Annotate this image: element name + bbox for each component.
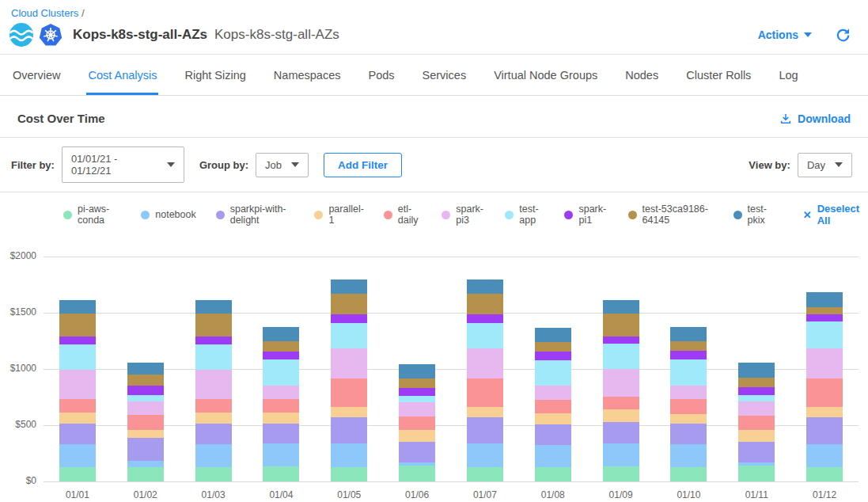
add-filter-button[interactable]: Add Filter [324, 153, 402, 177]
bar-segment-01/03-parallel-1[interactable] [195, 413, 232, 423]
bar-segment-01/07-spark-pi3[interactable] [467, 348, 503, 378]
bar-segment-01/08-parallel-1[interactable] [535, 413, 571, 424]
bar-segment-01/07-notebook[interactable] [467, 443, 503, 466]
bar-segment-01/06-test-pkix[interactable] [399, 364, 435, 378]
bar-segment-01/10-test-pkix[interactable] [670, 327, 707, 341]
bar-segment-01/10-spark-pi1[interactable] [670, 351, 707, 359]
bar-segment-01/05-spark-pi3[interactable] [331, 348, 367, 378]
bar-segment-01/09-spark-pi1[interactable] [603, 337, 639, 344]
bar-segment-01/01-spark-pi1[interactable] [59, 337, 96, 344]
bar-segment-01/03-spark-pi1[interactable] [195, 337, 232, 344]
bar-segment-01/05-pi-aws-conda[interactable] [331, 467, 367, 481]
bar-segment-01/04-pi-aws-conda[interactable] [263, 466, 299, 481]
bar-segment-01/09-parallel-1[interactable] [603, 409, 639, 422]
bar-segment-01/02-spark-pi3[interactable] [127, 401, 164, 414]
date-range-select[interactable]: 01/01/21 - 01/12/21 [62, 146, 184, 183]
bar-segment-01/07-pi-aws-conda[interactable] [467, 467, 503, 481]
bar-segment-01/08-test-53ca9186-64145[interactable] [535, 342, 571, 352]
bar-segment-01/04-test-pkix[interactable] [263, 327, 299, 341]
tab-cluster-rolls[interactable]: Cluster Rolls [684, 55, 752, 95]
bar-segment-01/06-test-53ca9186-64145[interactable] [399, 378, 435, 388]
bar-segment-01/01-etl-daily[interactable] [59, 399, 96, 413]
bar-segment-01/02-parallel-1[interactable] [127, 430, 164, 439]
bar-segment-01/01-sparkpi-with-delight[interactable] [59, 424, 96, 444]
bar-segment-01/03-spark-pi3[interactable] [195, 370, 232, 399]
refresh-icon[interactable] [836, 28, 851, 43]
bar-segment-01/09-test-app[interactable] [603, 344, 639, 369]
bar-segment-01/09-sparkpi-with-delight[interactable] [603, 422, 639, 443]
bar-segment-01/01-test-pkix[interactable] [59, 300, 96, 314]
bar-segment-01/10-sparkpi-with-delight[interactable] [670, 424, 707, 444]
bar-segment-01/06-pi-aws-conda[interactable] [399, 466, 435, 481]
bar-segment-01/10-pi-aws-conda[interactable] [670, 467, 707, 481]
bar-segment-01/03-test-pkix[interactable] [195, 300, 232, 314]
bar-segment-01/01-test-53ca9186-64145[interactable] [59, 314, 96, 336]
breadcrumb-link-cloud-clusters[interactable]: Cloud Clusters [11, 7, 78, 19]
bar-segment-01/06-spark-pi1[interactable] [399, 388, 435, 396]
legend-item-parallel-1[interactable]: parallel-1 [314, 203, 363, 226]
bar-segment-01/06-notebook[interactable] [399, 462, 435, 466]
bar-segment-01/01-parallel-1[interactable] [59, 413, 96, 423]
bar-segment-01/08-spark-pi1[interactable] [535, 352, 571, 360]
bar-segment-01/04-sparkpi-with-delight[interactable] [263, 424, 299, 444]
bar-segment-01/02-test-pkix[interactable] [127, 363, 164, 375]
bar-segment-01/06-test-app[interactable] [399, 396, 435, 402]
bar-segment-01/06-parallel-1[interactable] [399, 430, 435, 442]
bar-segment-01/05-spark-pi1[interactable] [331, 314, 367, 323]
bar-segment-01/05-sparkpi-with-delight[interactable] [331, 417, 367, 443]
bar-segment-01/07-test-app[interactable] [467, 323, 503, 348]
bar-segment-01/11-parallel-1[interactable] [738, 430, 775, 443]
bar-segment-01/05-test-pkix[interactable] [331, 280, 367, 294]
bar-segment-01/01-notebook[interactable] [59, 444, 96, 467]
bar-segment-01/10-test-53ca9186-64145[interactable] [670, 341, 707, 351]
bar-segment-01/10-etl-daily[interactable] [670, 399, 707, 413]
bar-segment-01/09-notebook[interactable] [603, 443, 639, 466]
bar-segment-01/03-notebook[interactable] [195, 444, 232, 467]
bar-segment-01/07-sparkpi-with-delight[interactable] [467, 417, 503, 443]
bar-segment-01/01-pi-aws-conda[interactable] [59, 467, 96, 481]
bar-segment-01/09-pi-aws-conda[interactable] [603, 466, 639, 481]
tab-log[interactable]: Log [777, 55, 799, 95]
bar-segment-01/05-parallel-1[interactable] [331, 407, 367, 417]
bar-segment-01/08-notebook[interactable] [535, 445, 571, 467]
bar-segment-01/12-pi-aws-conda[interactable] [806, 467, 843, 481]
bar-segment-01/06-sparkpi-with-delight[interactable] [399, 442, 435, 462]
bar-segment-01/12-parallel-1[interactable] [806, 407, 843, 417]
bar-segment-01/09-spark-pi3[interactable] [603, 369, 639, 397]
bar-segment-01/01-spark-pi3[interactable] [59, 370, 96, 399]
bar-segment-01/02-notebook[interactable] [127, 461, 164, 468]
bar-segment-01/02-pi-aws-conda[interactable] [127, 467, 164, 481]
legend-item-sparkpi-with-delight[interactable]: sparkpi-with-delight [216, 203, 295, 226]
bar-segment-01/03-sparkpi-with-delight[interactable] [195, 424, 232, 444]
bar-segment-01/06-etl-daily[interactable] [399, 416, 435, 431]
bar-segment-01/12-sparkpi-with-delight[interactable] [806, 417, 843, 444]
tab-nodes[interactable]: Nodes [624, 55, 660, 95]
view-by-select[interactable]: Day [798, 153, 852, 177]
bar-segment-01/08-pi-aws-conda[interactable] [535, 467, 571, 481]
bar-segment-01/12-spark-pi1[interactable] [806, 314, 843, 321]
bar-segment-01/04-parallel-1[interactable] [263, 413, 299, 423]
legend-item-test-53ca9186-64145[interactable]: test-53ca9186-64145 [628, 203, 714, 226]
bar-segment-01/09-test-53ca9186-64145[interactable] [603, 314, 639, 336]
bar-segment-01/12-notebook[interactable] [806, 444, 843, 466]
bar-segment-01/09-test-pkix[interactable] [603, 300, 639, 314]
bar-segment-01/11-notebook[interactable] [738, 462, 775, 466]
bar-segment-01/02-spark-pi1[interactable] [127, 386, 164, 396]
bar-segment-01/12-test-app[interactable] [806, 321, 843, 348]
bar-segment-01/10-notebook[interactable] [670, 444, 707, 466]
legend-item-notebook[interactable]: notebook [141, 209, 195, 220]
bar-segment-01/07-etl-daily[interactable] [467, 378, 503, 407]
bar-segment-01/08-test-pkix[interactable] [535, 328, 571, 342]
group-by-select[interactable]: Job [256, 153, 309, 177]
tab-right-sizing[interactable]: Right Sizing [183, 55, 247, 95]
bar-segment-01/01-test-app[interactable] [59, 344, 96, 370]
bar-segment-01/11-test-53ca9186-64145[interactable] [738, 378, 775, 388]
bar-segment-01/11-test-pkix[interactable] [738, 363, 775, 377]
deselect-all-button[interactable]: ✕Deselect All [803, 203, 860, 226]
bar-segment-01/07-test-53ca9186-64145[interactable] [467, 294, 503, 314]
bar-segment-01/03-etl-daily[interactable] [195, 399, 232, 413]
legend-item-spark-pi3[interactable]: spark-pi3 [442, 203, 485, 226]
bar-segment-01/11-test-app[interactable] [738, 395, 775, 401]
legend-item-spark-pi1[interactable]: spark-pi1 [564, 203, 608, 226]
tab-overview[interactable]: Overview [11, 55, 62, 95]
